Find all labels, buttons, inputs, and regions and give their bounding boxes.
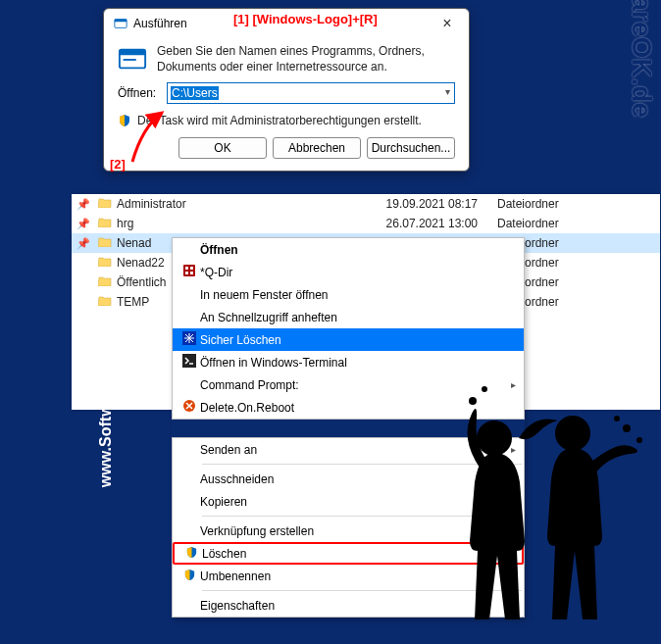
delete-on-reboot-icon (178, 399, 200, 416)
terminal-icon (178, 354, 200, 371)
svg-rect-4 (124, 59, 136, 61)
folder-icon (95, 236, 115, 250)
shield-icon (118, 114, 131, 127)
pin-icon: 📌 (72, 237, 95, 250)
silhouette-figures-icon (426, 379, 651, 634)
folder-icon (95, 217, 115, 230)
file-date: 19.09.2021 08:17 (360, 197, 497, 211)
svg-point-17 (623, 424, 631, 432)
ctx-open[interactable]: Öffnen (173, 238, 524, 261)
file-name: hrg (115, 217, 360, 230)
pin-icon: 📌 (72, 218, 95, 230)
file-row[interactable]: 📌hrg26.07.2021 13:00Dateiordner (72, 214, 660, 233)
svg-point-16 (482, 386, 487, 392)
svg-point-14 (555, 416, 590, 451)
pin-icon: 📌 (72, 198, 95, 211)
close-icon[interactable]: × (428, 15, 467, 32)
svg-rect-3 (120, 50, 145, 56)
ctx-new-window[interactable]: In neuem Fenster öffnen (173, 283, 524, 306)
watermark-right: SoftwareOK.de (626, 0, 657, 118)
file-type: Dateiordner (497, 197, 660, 211)
svg-rect-5 (183, 265, 195, 276)
shield-icon (180, 546, 202, 562)
svg-rect-6 (185, 267, 188, 270)
chevron-down-icon[interactable]: ▾ (445, 86, 450, 97)
open-label: Öffnen: (118, 86, 157, 100)
svg-rect-8 (185, 272, 188, 274)
folder-icon (95, 197, 115, 211)
qdir-icon (178, 264, 200, 280)
file-type: Dateiordner (497, 217, 660, 230)
file-name: Administrator (115, 197, 360, 211)
svg-point-19 (614, 416, 620, 421)
cancel-button[interactable]: Abbrechen (273, 137, 361, 159)
open-combobox[interactable]: C:\Users ▾ (167, 82, 455, 104)
folder-icon (95, 295, 115, 309)
svg-rect-9 (190, 272, 193, 274)
run-dialog: Ausführen × Geben Sie den Namen eines Pr… (103, 8, 470, 172)
file-row[interactable]: 📌Administrator19.09.2021 08:17Dateiordne… (72, 194, 660, 214)
ctx-secure-delete[interactable]: Sicher Löschen (173, 328, 524, 351)
annotation-2: [2] (110, 157, 126, 172)
svg-point-15 (469, 397, 477, 405)
folder-icon (95, 256, 115, 270)
shield-icon (178, 569, 200, 584)
svg-point-13 (477, 421, 512, 456)
annotation-1: [1] [Windows-Logo]+[R] (233, 12, 378, 26)
admin-note: Der Task wird mit Administratorberechtig… (137, 114, 422, 127)
folder-icon (95, 275, 115, 289)
svg-point-18 (636, 437, 642, 443)
ctx-qdir[interactable]: *Q-Dir (173, 261, 524, 283)
open-value: C:\Users (171, 86, 219, 100)
file-date: 26.07.2021 13:00 (360, 217, 497, 230)
secure-delete-icon (178, 331, 200, 348)
svg-rect-1 (115, 20, 127, 23)
svg-rect-7 (190, 267, 193, 270)
ctx-windows-terminal[interactable]: Öffnen in Windows-Terminal (173, 351, 524, 373)
ok-button[interactable]: OK (178, 137, 267, 159)
run-description: Geben Sie den Namen eines Programms, Ord… (157, 44, 455, 74)
run-icon (118, 44, 147, 74)
run-icon-small (114, 17, 127, 30)
ctx-pin-quickaccess[interactable]: An Schnellzugriff anheften (173, 306, 524, 328)
browse-button[interactable]: Durchsuchen... (367, 137, 455, 159)
